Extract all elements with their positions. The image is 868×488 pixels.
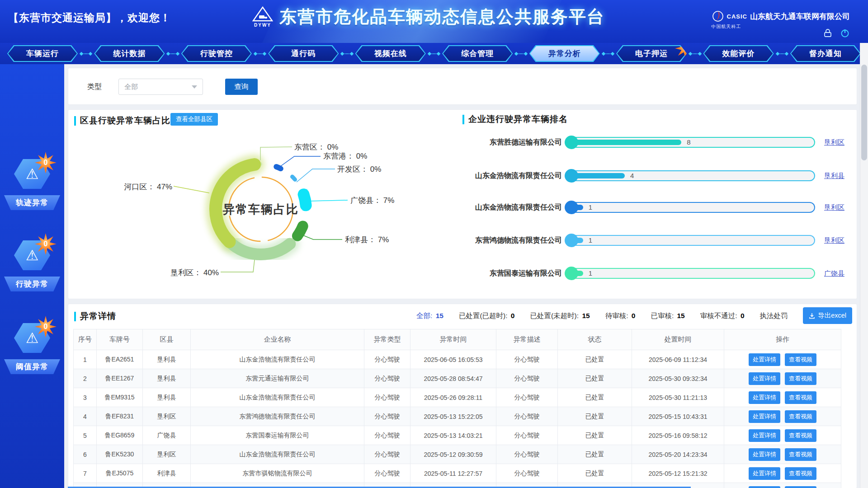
sidebar-item-轨迹异常[interactable]: ⚠0轨迹异常: [0, 158, 64, 210]
scrollbar: [860, 43, 868, 488]
table-cell: 鲁EM9315: [97, 388, 143, 407]
column-header-处置时间: 处置时间: [632, 329, 724, 350]
table-cell-actions: 处置详情查看视频: [724, 369, 841, 388]
handle-detail-button[interactable]: 处置详情: [749, 353, 780, 366]
stat-执法处罚[interactable]: 执法处罚: [760, 311, 788, 321]
region-link[interactable]: 垦利区: [824, 202, 844, 213]
details-card: 异常详情 全部: 15已处置(已超时): 0已处置(未超时): 15待审核: 0…: [68, 304, 857, 488]
sidebar: ⚠0轨迹异常⚠0行驶异常⚠0阈值异常: [0, 64, 64, 488]
stat-审核不通过: 审核不通过: 0: [700, 311, 745, 321]
ranking-row: 山东金浩物流有限责任公司4垦利县: [457, 170, 858, 181]
table-cell: 2025-05-26 09:28:11: [410, 388, 496, 407]
table-cell: 鲁EE1267: [97, 369, 143, 388]
sidebar-item-阈值异常[interactable]: ⚠0阈值异常: [0, 322, 64, 374]
stat-value: 15: [582, 312, 590, 319]
tab-统计数据[interactable]: 统计数据: [94, 45, 165, 62]
casic-text: CASIC: [727, 13, 747, 20]
table-row: 2鲁EE1267垦利县东营元通运输有限公司分心驾驶2025-05-28 08:5…: [74, 369, 841, 388]
nav-tabs: 车辆运行统计数据行驶管控通行码视频在线综合管理异常分析电子押运0效能评价督办通知: [0, 43, 868, 64]
table-cell: 2025-05-12 15:21:32: [632, 464, 724, 483]
table-cell: 分心驾驶: [364, 369, 410, 388]
table-cell: 分心驾驶: [364, 445, 410, 464]
stat-value: 15: [677, 312, 685, 319]
table-cell: 2025-05-13 15:22:05: [410, 407, 496, 426]
handle-detail-button[interactable]: 处置详情: [749, 486, 780, 488]
tab-label: 车辆运行: [8, 46, 77, 61]
handle-detail-button[interactable]: 处置详情: [749, 467, 780, 480]
region-link[interactable]: 垦利区: [824, 235, 844, 246]
region-link[interactable]: 垦利县: [824, 170, 844, 181]
power-icon[interactable]: [840, 28, 850, 38]
view-video-button[interactable]: 查看视频: [785, 410, 816, 423]
tab-通行码[interactable]: 通行码: [268, 45, 339, 62]
handle-detail-button[interactable]: 处置详情: [749, 429, 780, 442]
tab-行驶管控[interactable]: 行驶管控: [181, 45, 252, 62]
view-video-button[interactable]: 查看视频: [785, 486, 816, 488]
table-cell: 鲁EK5230: [97, 445, 143, 464]
view-video-button[interactable]: 查看视频: [785, 448, 816, 461]
search-button[interactable]: 查询: [225, 79, 258, 95]
column-header-异常时间: 异常时间: [410, 329, 496, 350]
table-row: 7鲁EJ5075利津县东营市骐铭物流有限公司分心驾驶2025-05-11 12:…: [74, 464, 841, 483]
tab-label: 异常分析: [530, 46, 599, 61]
handle-detail-button[interactable]: 处置详情: [749, 391, 780, 404]
view-video-button[interactable]: 查看视频: [785, 429, 816, 442]
status-stats: 全部: 15已处置(已超时): 0已处置(未超时): 15待审核: 0已审核: …: [416, 311, 788, 321]
download-icon: [809, 313, 815, 319]
sidebar-item-行驶异常[interactable]: ⚠0行驶异常: [0, 239, 64, 291]
table-cell: 分心驾驶: [364, 407, 410, 426]
nav-separator: [80, 53, 92, 54]
handle-detail-button[interactable]: 处置详情: [749, 372, 780, 385]
region-link[interactable]: 垦利区: [824, 137, 844, 148]
table-cell: 分心驾驶: [364, 464, 410, 483]
table-cell: 2025-05-15 10:43:31: [632, 407, 724, 426]
tab-效能评价[interactable]: 效能评价: [703, 45, 774, 62]
column-header-操作: 操作: [724, 329, 841, 350]
scrollbar-thumb[interactable]: [861, 65, 867, 160]
nav-separator: [776, 53, 788, 54]
view-video-button[interactable]: 查看视频: [785, 391, 816, 404]
bar-fill: [568, 205, 583, 210]
truck-warning-icon: ⚠0: [14, 239, 50, 271]
handle-detail-button[interactable]: 处置详情: [749, 448, 780, 461]
table-cell: 分心驾驶: [364, 388, 410, 407]
bar-track: 8: [567, 137, 815, 148]
table-cell-actions: 处置详情查看视频: [724, 388, 841, 407]
company-name: 东营鸿德物流有限责任公司: [457, 235, 562, 246]
view-video-button[interactable]: 查看视频: [785, 372, 816, 385]
donut-slice-利津县: [297, 226, 303, 236]
table-cell: 分心驾驶: [496, 407, 558, 426]
tab-督办通知[interactable]: 督办通知: [790, 45, 861, 62]
tab-电子押运[interactable]: 电子押运0: [616, 45, 687, 62]
tab-视频在线[interactable]: 视频在线: [355, 45, 426, 62]
table-cell: 2025-05-30 09:32:34: [632, 369, 724, 388]
bar-fill: [568, 238, 583, 243]
type-select[interactable]: 全部: [118, 79, 203, 95]
export-excel-button[interactable]: 导出excel: [803, 307, 852, 324]
tab-车辆运行[interactable]: 车辆运行: [7, 45, 78, 62]
lock-icon[interactable]: [823, 28, 833, 38]
handle-detail-button[interactable]: 处置详情: [749, 410, 780, 423]
table-cell: 2025-05-16 09:58:12: [632, 426, 724, 445]
ranking-row: 东营胜德运输有限公司8垦利区: [457, 137, 858, 148]
view-video-button[interactable]: 查看视频: [785, 467, 816, 480]
callout-line-广饶县: [310, 200, 348, 201]
details-title: 异常详情: [80, 310, 116, 322]
nav-separator: [341, 53, 353, 54]
tab-异常分析[interactable]: 异常分析: [529, 45, 600, 62]
filter-card: 类型 全部 查询: [68, 68, 857, 105]
table-cell: 分心驾驶: [496, 464, 558, 483]
ranking-row: 山东金浩物流有限责任公司1垦利区: [457, 202, 858, 213]
column-header-异常类型: 异常类型: [364, 329, 410, 350]
anomaly-table: 序号车牌号区县企业名称异常类型异常时间异常描述状态处置时间操作1鲁EA2651垦…: [73, 329, 841, 488]
view-video-button[interactable]: 查看视频: [785, 353, 816, 366]
table-cell: 分心驾驶: [496, 388, 558, 407]
donut-slice-开发区: [292, 177, 295, 179]
table-cell: 分心驾驶: [496, 445, 558, 464]
tab-综合管理[interactable]: 综合管理: [442, 45, 513, 62]
title-accent-bar: [462, 115, 464, 124]
right-chart-title-row: 企业违行驶异常车辆排名: [462, 113, 568, 125]
region-link[interactable]: 广饶县: [824, 268, 844, 279]
bar-track: 4: [567, 170, 815, 181]
donut-chart: 异常车辆占比 东营区： 0%东营港： 0%开发区： 0%广饶县： 7%利津县： …: [68, 110, 457, 300]
